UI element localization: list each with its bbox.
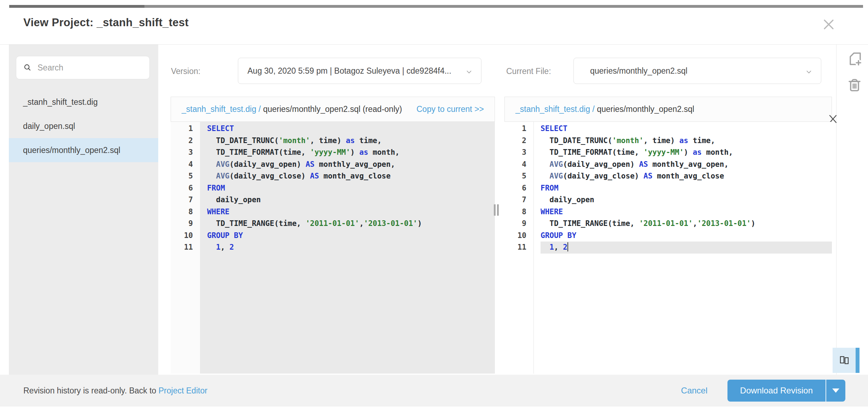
sidebar-item-file[interactable]: daily_open.sql (9, 114, 158, 138)
breadcrumb-file: queries/monthly_open2.sql (597, 104, 694, 114)
line-number: 3 (171, 147, 193, 159)
code-line: 1, 2 (207, 242, 495, 254)
code-line: daily_open (207, 194, 495, 206)
line-number: 7 (171, 194, 193, 206)
code-line[interactable]: GROUP BY (541, 230, 832, 242)
line-number: 6 (171, 182, 193, 194)
code-editor-readonly: SELECT TD_DATE_TRUNC('month', time) as t… (200, 122, 495, 374)
code-gutter: 1234567891011 (171, 122, 200, 374)
code-line: TD_TIME_RANGE(time, '2011-01-01','2013-0… (207, 218, 495, 230)
code-line: SELECT (207, 123, 495, 135)
line-number: 2 (171, 135, 193, 147)
line-number: 1 (504, 123, 526, 135)
code-editor[interactable]: SELECT TD_DATE_TRUNC('month', time) as t… (534, 122, 832, 374)
modal-footer: Revision history is read-only. Back to P… (0, 375, 868, 407)
code-line: AVG(daily_avg_close) AS month_avg_close (207, 170, 495, 182)
code-line[interactable]: AVG(daily_avg_close) AS month_avg_close (541, 170, 832, 182)
line-number: 10 (504, 230, 526, 242)
code-line: TD_DATE_TRUNC('month', time) as time, (207, 135, 495, 147)
chevron-down-icon (806, 66, 812, 76)
code-line: TD_TIME_FORMAT(time, 'yyyy-MM') as month… (207, 147, 495, 159)
version-select[interactable]: Aug 30, 2020 5:59 pm | Botagoz Suleyeva … (238, 58, 481, 84)
left-panel-header: _stanh_shift_test.dig / queries/monthly_… (171, 97, 495, 122)
project-editor-link[interactable]: Project Editor (159, 386, 207, 396)
version-label: Version: (171, 67, 200, 76)
download-options-button[interactable] (826, 380, 845, 402)
delete-file-button[interactable] (846, 76, 863, 93)
top-scrollbar[interactable] (9, 5, 863, 8)
search-box[interactable] (16, 56, 150, 79)
panel-resize-handle[interactable] (494, 204, 499, 216)
footer-note: Revision history is read-only. Back to (23, 386, 159, 396)
download-revision-split-button: Download Revision (727, 380, 845, 402)
code-line[interactable]: daily_open (541, 194, 832, 206)
breadcrumb-separator: / (590, 104, 597, 114)
line-number: 6 (504, 182, 526, 194)
code-line[interactable]: TD_DATE_TRUNC('month', time) as time, (541, 135, 832, 147)
add-file-icon (846, 50, 863, 67)
text-cursor (567, 242, 568, 251)
line-number: 5 (504, 170, 526, 182)
panel-close-icon[interactable] (809, 103, 821, 115)
code-line[interactable]: TD_TIME_RANGE(time, '2011-01-01','2013-0… (541, 218, 832, 230)
line-number: 7 (504, 194, 526, 206)
top-scrollbar-thumb[interactable] (9, 5, 144, 8)
icon-column-divider (836, 45, 836, 375)
right-panel-header: _stanh_shift_test.dig / queries/monthly_… (504, 97, 832, 122)
version-value: Aug 30, 2020 5:59 pm | Botagoz Suleyeva … (247, 66, 451, 76)
breadcrumb-file: queries/monthly_open2.sql (read-only) (263, 104, 402, 114)
line-number: 5 (171, 170, 193, 182)
current-file-select[interactable]: queries/monthly_open2.sql (573, 58, 821, 84)
breadcrumb-project[interactable]: _stanh_shift_test.dig (515, 104, 590, 114)
compare-view-button[interactable] (833, 348, 860, 373)
code-line: GROUP BY (207, 230, 495, 242)
close-icon[interactable] (821, 17, 836, 32)
line-number: 9 (171, 218, 193, 230)
line-number: 10 (171, 230, 193, 242)
caret-down-icon (832, 388, 839, 393)
copy-to-current-link[interactable]: Copy to current >> (417, 104, 484, 114)
line-number: 11 (504, 242, 526, 254)
code-line[interactable]: FROM (541, 182, 832, 194)
file-list: _stanh_shift_test.digdaily_open.sqlqueri… (9, 90, 158, 162)
current-file-value: queries/monthly_open2.sql (590, 66, 687, 76)
code-line[interactable]: TD_TIME_FORMAT(time, 'yyyy-MM') as month… (541, 147, 832, 159)
page-title: View Project: _stanh_shift_test (23, 16, 189, 29)
code-line: AVG(daily_avg_open) AS monthly_avg_open, (207, 159, 495, 171)
sidebar-item-file[interactable]: _stanh_shift_test.dig (9, 90, 158, 114)
trash-icon (846, 76, 863, 93)
chevron-down-icon (466, 66, 472, 76)
code-line[interactable]: SELECT (541, 123, 832, 135)
line-number: 11 (171, 242, 193, 254)
view-project-modal: View Project: _stanh_shift_test _stanh_s… (0, 0, 868, 420)
sidebar-item-file[interactable]: queries/monthly_open2.sql (9, 138, 158, 162)
line-number: 4 (171, 159, 193, 171)
cancel-button[interactable]: Cancel (681, 386, 708, 396)
line-number: 2 (504, 135, 526, 147)
code-line[interactable]: 1, 2 (541, 242, 832, 254)
code-line[interactable]: AVG(daily_avg_open) AS monthly_avg_open, (541, 159, 832, 171)
code-gutter: 1234567891011 (504, 122, 534, 374)
file-sidebar: _stanh_shift_test.digdaily_open.sqlqueri… (9, 45, 158, 375)
revision-code-panel: _stanh_shift_test.dig / queries/monthly_… (171, 97, 495, 374)
current-code-panel: _stanh_shift_test.dig / queries/monthly_… (504, 97, 832, 374)
columns-icon (837, 353, 851, 368)
search-input[interactable] (38, 63, 142, 73)
breadcrumb-project[interactable]: _stanh_shift_test.dig (182, 104, 256, 114)
line-number: 4 (504, 159, 526, 171)
breadcrumb-separator: / (256, 104, 263, 114)
add-file-button[interactable] (846, 50, 863, 67)
line-number: 9 (504, 218, 526, 230)
line-number: 1 (171, 123, 193, 135)
compare-active-indicator (856, 348, 860, 373)
current-file-label: Current File: (506, 67, 551, 76)
line-number: 8 (504, 206, 526, 218)
code-line: FROM (207, 182, 495, 194)
line-number: 8 (171, 206, 193, 218)
code-line: WHERE (207, 206, 495, 218)
download-revision-button[interactable]: Download Revision (727, 380, 826, 402)
search-icon (23, 63, 32, 72)
code-line[interactable]: WHERE (541, 206, 832, 218)
line-number: 3 (504, 147, 526, 159)
